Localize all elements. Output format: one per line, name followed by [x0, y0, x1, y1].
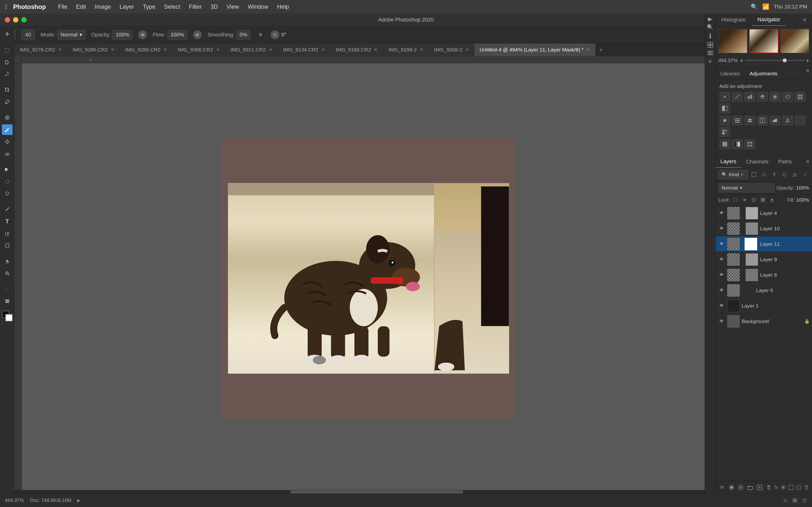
new-layer-button[interactable]	[756, 483, 763, 492]
layer-row-5[interactable]: 👁 Layer 5	[716, 283, 812, 298]
arrange-icon[interactable]	[705, 42, 716, 48]
brush-tool-button[interactable]	[2, 124, 12, 135]
zoom-increase-icon[interactable]: ▸	[807, 58, 809, 63]
info-icon[interactable]: ℹ	[705, 32, 716, 40]
layer-vis-5[interactable]: 👁	[718, 287, 725, 294]
move-tool-button[interactable]: ✛	[2, 29, 12, 40]
minimize-button[interactable]	[13, 17, 18, 22]
panel-toggle-icon[interactable]	[705, 50, 716, 56]
layers-panel-menu[interactable]: ≡	[806, 159, 812, 164]
solidcolor-fill-icon[interactable]	[719, 139, 730, 149]
dodge-button[interactable]	[2, 188, 12, 199]
levels-adj-icon[interactable]	[745, 92, 755, 102]
filter-shape-icon[interactable]	[780, 170, 789, 179]
smoothing-options-icon[interactable]: ⚙	[256, 31, 265, 39]
layer-row-2[interactable]: 👁 Layer 11	[716, 236, 812, 252]
lock-position-icon[interactable]	[750, 196, 758, 204]
tab-close-0[interactable]: ✕	[58, 47, 62, 52]
layer-vis-3[interactable]: 👁	[718, 256, 725, 263]
menu-layer[interactable]: Layer	[115, 2, 139, 12]
tab-close-6[interactable]: ✕	[374, 47, 377, 52]
background-color[interactable]	[5, 314, 12, 321]
layer-row-4[interactable]: 👁 Layer 6	[716, 267, 812, 283]
tab-overflow-button[interactable]: »	[596, 44, 606, 56]
layer-filter-dropdown[interactable]: 🔍 Kind ▾	[718, 170, 748, 179]
mode-dropdown[interactable]: Normal ▾	[57, 30, 85, 40]
gradient-button[interactable]	[2, 164, 12, 175]
tab-img9268[interactable]: IMG_9268-2 ✕	[429, 44, 474, 56]
filter-active-toggle[interactable]: ○	[800, 170, 809, 179]
close-button[interactable]	[5, 17, 10, 22]
search-menu-icon[interactable]: 🔍	[751, 3, 758, 10]
layer-row-3[interactable]: 👁 Layer 9	[716, 252, 812, 267]
huesat-adj-icon[interactable]	[782, 92, 793, 102]
blur-button[interactable]	[2, 176, 12, 187]
tab-img9311[interactable]: IMG_9311.CR2 ✕	[225, 44, 278, 56]
tab-img9134[interactable]: IMG_9134.CR2 ✕	[278, 44, 331, 56]
tab-img9199[interactable]: IMG_9199-2 ✕	[383, 44, 429, 56]
nav-thumb-1[interactable]	[718, 29, 747, 53]
nav-thumb-2[interactable]	[749, 29, 778, 53]
tab-libraries[interactable]: Libraries	[716, 68, 745, 79]
layer-row-1[interactable]: 👁 Layer 10	[716, 221, 812, 236]
pressure-icon[interactable]: ⊕	[138, 31, 147, 39]
layer-vis-0[interactable]: 👁	[718, 210, 725, 217]
lock-artboard-icon[interactable]	[759, 196, 767, 204]
tab-close-5[interactable]: ✕	[321, 47, 325, 52]
menu-help[interactable]: Help	[273, 2, 293, 12]
photofilter-adj-icon[interactable]	[719, 116, 730, 125]
opacity-dropdown[interactable]: 100%	[113, 30, 133, 40]
delete-layer-button[interactable]	[765, 483, 773, 492]
tab-img9278[interactable]: IMG_9278.CR2 ✕	[14, 44, 67, 56]
brush-size-box[interactable]: 40	[21, 30, 35, 40]
filter-adjustment-icon[interactable]	[760, 170, 768, 179]
menu-type[interactable]: Type	[139, 2, 160, 12]
filter-smart-icon[interactable]	[790, 170, 799, 179]
menu-edit[interactable]: Edit	[72, 2, 90, 12]
new-adjustment-button[interactable]	[737, 483, 745, 492]
new-group-button[interactable]	[747, 483, 754, 492]
tab-close-3[interactable]: ✕	[216, 47, 220, 52]
add-mask-button[interactable]	[728, 483, 735, 492]
layer-row-0[interactable]: 👁 Layer 4	[716, 206, 812, 221]
tab-close-4[interactable]: ✕	[269, 47, 272, 52]
lock-pixels-icon[interactable]	[741, 196, 749, 204]
invert-adj-icon[interactable]	[757, 116, 768, 125]
menu-view[interactable]: View	[222, 2, 244, 12]
eraser-button[interactable]	[2, 149, 12, 159]
layer-vis-6[interactable]: 👁	[718, 302, 725, 309]
marquee-tool-button[interactable]: ⬚	[2, 45, 12, 55]
channelmixer-adj-icon[interactable]	[732, 116, 743, 125]
status-expand-icon[interactable]: ▶	[77, 498, 81, 503]
layer-vis-1[interactable]: 👁	[718, 225, 725, 232]
pattern-fill-icon[interactable]	[745, 139, 755, 149]
colorlookup-adj-icon[interactable]	[745, 116, 755, 125]
filter-pixel-icon[interactable]	[750, 170, 758, 179]
filter-type-icon[interactable]: T	[770, 170, 779, 179]
layer-vis-2[interactable]: 👁	[718, 240, 725, 248]
tab-channels[interactable]: Channels	[741, 156, 773, 168]
lock-all-icon[interactable]	[768, 196, 776, 204]
hscroll-thumb[interactable]	[291, 490, 463, 494]
tab-close-2[interactable]: ✕	[163, 47, 167, 52]
gradient-fill-icon[interactable]	[732, 139, 743, 149]
menu-filter[interactable]: Filter	[185, 2, 206, 12]
tab-adjustments[interactable]: Adjustments	[745, 68, 782, 79]
vibrance-adj-icon[interactable]	[770, 92, 780, 102]
menu-select[interactable]: Select	[160, 2, 185, 12]
colorbalance-adj-icon[interactable]	[795, 92, 806, 102]
path-selection-button[interactable]	[2, 228, 12, 239]
more-panels-icon[interactable]: ≡	[705, 58, 716, 64]
exposure-adj-icon[interactable]	[757, 92, 768, 102]
lasso-tool-button[interactable]	[2, 57, 12, 67]
posterize-adj-icon[interactable]	[770, 116, 780, 125]
tab-close-1[interactable]: ✕	[111, 47, 114, 52]
status-zoom[interactable]: 494.37%	[5, 498, 24, 503]
eyedropper-button[interactable]	[2, 97, 12, 107]
add-fx-button[interactable]: fx	[718, 483, 726, 492]
tab-untitled4[interactable]: Untitled-4 @ 494% (Layer 11, Layer Mask/…	[474, 44, 596, 56]
tab-close-9[interactable]: ✕	[587, 47, 590, 52]
tab-histogram[interactable]: Histogram	[716, 13, 752, 26]
tab-img9160[interactable]: IMG_9160.CR2 ✕	[331, 44, 383, 56]
tab-img9280[interactable]: IMG_9280.CR2 ✕	[67, 44, 120, 56]
